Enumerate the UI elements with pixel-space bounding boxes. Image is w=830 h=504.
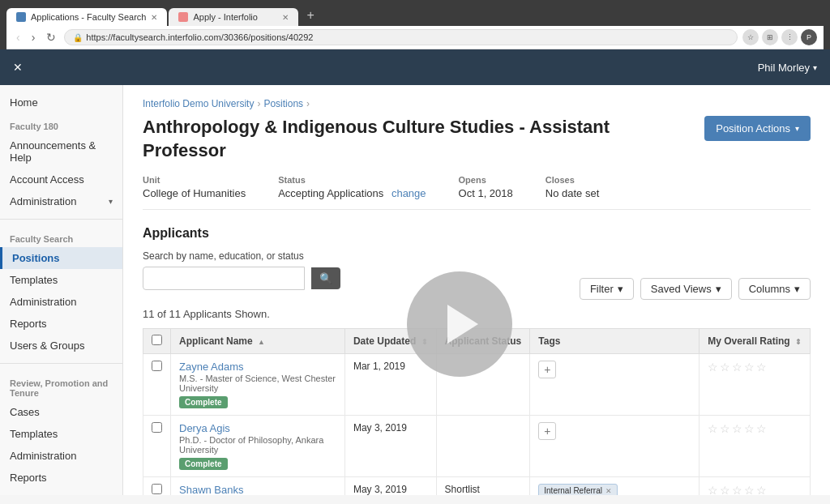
- date-cell-2: May 3, 2019: [344, 416, 436, 477]
- star-1-5[interactable]: ☆: [756, 361, 767, 374]
- user-name: Phil Morley: [758, 62, 810, 74]
- star-button[interactable]: ☆: [742, 29, 759, 45]
- star-2-5[interactable]: ☆: [756, 422, 767, 435]
- meta-opens-label: Opens: [459, 175, 513, 185]
- tag-internal-referral: Internal Referral ✕: [538, 484, 618, 495]
- page-title: Anthropology & Indigenous Culture Studie…: [143, 116, 694, 162]
- row-checkbox-2[interactable]: [152, 422, 162, 433]
- star-2-1[interactable]: ☆: [708, 422, 718, 435]
- back-button[interactable]: ‹: [13, 29, 24, 45]
- meta-opens: Opens Oct 1, 2018: [459, 175, 513, 199]
- sidebar-item-templates[interactable]: Templates: [0, 269, 122, 291]
- star-3-3[interactable]: ☆: [732, 484, 742, 495]
- browser-tab-2[interactable]: Apply - Interfolio ✕: [169, 8, 298, 26]
- tab-favicon-2: [178, 12, 188, 22]
- saved-views-button[interactable]: Saved Views ▾: [640, 278, 732, 300]
- video-play-overlay[interactable]: [407, 271, 512, 377]
- add-tag-button-2[interactable]: +: [538, 422, 556, 440]
- browser-tab-1[interactable]: Applications - Faculty Search ✕: [6, 8, 167, 26]
- star-1-1[interactable]: ☆: [708, 361, 718, 374]
- star-3-4[interactable]: ☆: [744, 484, 755, 495]
- select-all-checkbox[interactable]: [152, 335, 162, 345]
- star-3-2[interactable]: ☆: [720, 484, 730, 495]
- menu-toggle-button[interactable]: ✕: [13, 61, 23, 74]
- forward-button[interactable]: ›: [28, 29, 39, 45]
- sidebar-item-users-groups[interactable]: Users & Groups: [0, 335, 122, 357]
- tag-remove-internal-referral[interactable]: ✕: [605, 487, 612, 495]
- status-change-link[interactable]: change: [391, 187, 426, 199]
- sidebar-item-cases[interactable]: Cases: [0, 401, 122, 423]
- star-3-5[interactable]: ☆: [756, 484, 767, 495]
- star-2-2[interactable]: ☆: [720, 422, 730, 435]
- meta-status-label: Status: [278, 175, 426, 185]
- saved-views-chevron: ▾: [716, 283, 721, 295]
- applicant-status-cell-2: [436, 416, 530, 477]
- filter-button[interactable]: Filter ▾: [580, 278, 634, 300]
- row-checkbox-cell-2: [143, 416, 171, 477]
- user-menu[interactable]: Phil Morley ▾: [758, 62, 817, 74]
- sidebar-section-rpt: Review, Promotion and Tenure: [0, 370, 122, 401]
- sidebar-item-templates2[interactable]: Templates: [0, 423, 122, 445]
- add-tag-button-1[interactable]: +: [538, 361, 556, 378]
- reload-button[interactable]: ↻: [43, 29, 59, 45]
- sidebar-item-home[interactable]: Home: [0, 92, 122, 113]
- applicant-cell-1: Zayne Adams M.S. - Master of Science, We…: [171, 354, 345, 416]
- url-bar[interactable]: 🔒 https://facultysearch.interfolio.com/3…: [64, 29, 738, 45]
- tab-favicon-1: [16, 12, 26, 22]
- meta-status-value: Accepting Applications change: [278, 187, 426, 199]
- meta-unit-value: College of Humanities: [143, 187, 246, 199]
- main-content: Interfolio Demo University › Positions ›…: [123, 85, 830, 495]
- applicant-status-cell-3: Shortlist: [436, 477, 530, 495]
- page-header: Anthropology & Indigenous Culture Studie…: [143, 116, 811, 162]
- sidebar-item-reports2[interactable]: Reports: [0, 467, 122, 489]
- applicants-section-title: Applicants: [143, 226, 811, 241]
- sidebar-item-announcements[interactable]: Announcements & Help: [0, 135, 122, 169]
- new-tab-button[interactable]: +: [300, 5, 320, 26]
- star-3-1[interactable]: ☆: [708, 484, 718, 495]
- applicant-name-3[interactable]: Shawn Banks: [179, 484, 244, 495]
- columns-button[interactable]: Columns ▾: [738, 278, 811, 300]
- name-sort-icon: ▲: [258, 338, 265, 346]
- star-1-2[interactable]: ☆: [720, 361, 730, 374]
- tags-cell-2: +: [530, 416, 700, 477]
- star-rating-1: ☆ ☆ ☆ ☆ ☆: [708, 361, 802, 374]
- tab-close-2[interactable]: ✕: [282, 13, 289, 22]
- star-1-4[interactable]: ☆: [744, 361, 755, 374]
- breadcrumb-positions[interactable]: Positions: [263, 98, 303, 109]
- sidebar-item-administration3[interactable]: Administration: [0, 445, 122, 467]
- sidebar-item-users-groups2[interactable]: Users & Groups: [0, 489, 122, 495]
- sidebar-item-reports[interactable]: Reports: [0, 313, 122, 335]
- breadcrumb-sep-2: ›: [306, 98, 310, 109]
- sidebar-item-administration2[interactable]: Administration: [0, 291, 122, 313]
- profile-button[interactable]: P: [801, 29, 817, 45]
- user-menu-chevron: ▾: [813, 63, 817, 72]
- sidebar-item-account-access[interactable]: Account Access: [0, 169, 122, 190]
- search-button[interactable]: 🔍: [311, 267, 340, 289]
- tab-label-1: Applications - Faculty Search: [31, 12, 146, 22]
- th-applicant-name[interactable]: Applicant Name ▲: [171, 329, 345, 354]
- position-actions-button[interactable]: Position Actions ▾: [704, 116, 811, 141]
- sidebar-item-positions[interactable]: Positions: [0, 247, 122, 269]
- tab-close-1[interactable]: ✕: [151, 13, 157, 22]
- url-lock-icon: 🔒: [73, 33, 83, 42]
- th-my-overall-rating[interactable]: My Overall Rating ⇕: [700, 329, 811, 354]
- sidebar-item-administration[interactable]: Administration ▾: [0, 190, 122, 212]
- row-checkbox-3[interactable]: [152, 484, 162, 494]
- search-input[interactable]: [143, 267, 305, 290]
- rating-cell-3: ☆ ☆ ☆ ☆ ☆: [700, 477, 811, 495]
- applicant-name-1[interactable]: Zayne Adams: [179, 361, 244, 373]
- breadcrumb: Interfolio Demo University › Positions ›: [143, 98, 811, 109]
- breadcrumb-university[interactable]: Interfolio Demo University: [143, 98, 254, 109]
- meta-status: Status Accepting Applications change: [278, 175, 426, 199]
- browser-menu-button[interactable]: ⋮: [781, 29, 798, 45]
- sidebar-section-faculty180: Faculty 180: [0, 113, 122, 135]
- row-checkbox-1[interactable]: [152, 361, 162, 371]
- search-row: 🔍: [143, 267, 340, 290]
- applicant-name-2[interactable]: Derya Agis: [179, 422, 230, 434]
- url-text: https://facultysearch.interfolio.com/303…: [86, 32, 313, 42]
- extensions-button[interactable]: ⊞: [762, 29, 778, 45]
- star-2-3[interactable]: ☆: [732, 422, 742, 435]
- star-rating-3: ☆ ☆ ☆ ☆ ☆: [708, 484, 802, 495]
- star-1-3[interactable]: ☆: [732, 361, 742, 374]
- star-2-4[interactable]: ☆: [744, 422, 755, 435]
